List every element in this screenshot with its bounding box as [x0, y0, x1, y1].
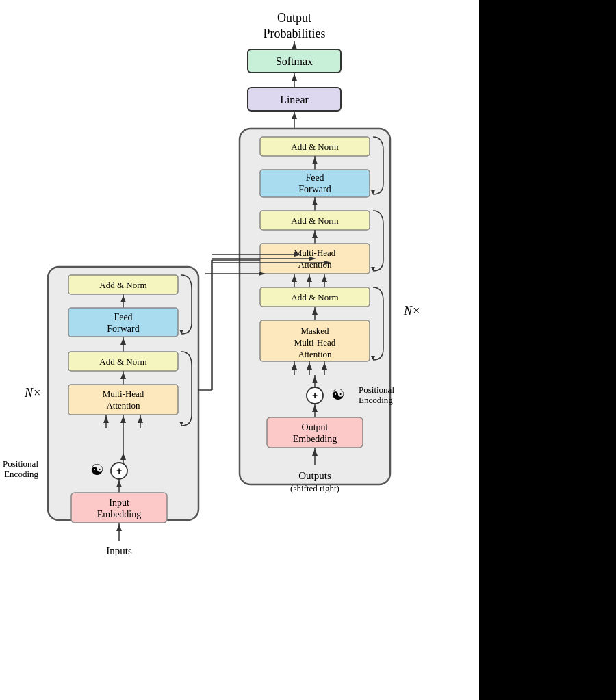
svg-marker-49	[120, 416, 126, 423]
encoder-pe-label1: Positional	[3, 458, 38, 469]
decoder-add-norm-top-label: Add & Norm	[291, 142, 338, 152]
encoder-ff-label1: Feed	[114, 312, 132, 322]
black-panel	[479, 0, 616, 700]
decoder-masked-mha-label2: Multi-Head	[294, 337, 336, 348]
svg-marker-59	[116, 524, 122, 531]
svg-marker-8	[312, 157, 318, 164]
svg-marker-1	[292, 42, 297, 49]
svg-marker-57	[116, 480, 122, 487]
decoder-embedding-label2: Embedding	[293, 434, 337, 444]
svg-marker-40	[120, 296, 126, 302]
encoder-add-norm-bot-label: Add & Norm	[99, 357, 146, 367]
svg-marker-30	[322, 363, 327, 370]
svg-marker-32	[312, 376, 318, 383]
svg-marker-19	[322, 275, 327, 282]
svg-marker-6	[371, 190, 375, 194]
decoder-masked-mha-label3: Attention	[298, 349, 332, 359]
decoder-embedding	[267, 417, 363, 448]
svg-marker-67	[294, 252, 301, 257]
decoder-multihead	[260, 244, 370, 274]
encoder-add-norm-bot	[68, 352, 178, 371]
svg-marker-51	[138, 416, 143, 423]
decoder-embedding-label1: Output	[302, 422, 329, 432]
softmax-box	[248, 49, 341, 73]
encoder-pe-label2: Encoding	[4, 469, 38, 479]
svg-marker-11	[371, 267, 375, 271]
svg-text:+: +	[116, 465, 122, 476]
decoder-masked-mha	[260, 320, 370, 361]
decoder-feed-forward	[260, 170, 370, 197]
encoder-add-norm-top	[68, 275, 178, 294]
decoder-plus-circle	[307, 387, 323, 404]
encoder-mha-label2: Attention	[106, 400, 140, 411]
svg-marker-43	[179, 422, 183, 426]
svg-marker-22	[371, 356, 375, 360]
svg-marker-47	[103, 416, 109, 423]
encoder-nx-label: N×	[24, 386, 41, 400]
encoder-plus-circle	[111, 463, 127, 479]
decoder-ff-label1: Feed	[305, 172, 324, 183]
encoder-feed-forward	[68, 308, 178, 337]
inputs-label: Inputs	[106, 545, 132, 556]
encoder-yinyang: ☯	[90, 461, 104, 478]
encoder-embedding-label1: Input	[109, 497, 129, 508]
decoder-add-norm-bot	[260, 287, 370, 307]
svg-marker-5	[292, 112, 297, 119]
svg-text:+: +	[312, 390, 318, 401]
svg-marker-45	[120, 372, 126, 379]
svg-marker-21	[259, 272, 266, 276]
softmax-label: Softmax	[276, 55, 313, 67]
encoder-mha-label1: Multi-Head	[103, 389, 144, 399]
decoder-add-norm-top	[260, 137, 370, 156]
svg-marker-37	[312, 449, 318, 456]
decoder-ff-label2: Forward	[298, 184, 331, 194]
encoder-embedding-label2: Embedding	[97, 509, 142, 519]
svg-marker-42	[120, 338, 126, 345]
decoder-pe-label2: Encoding	[359, 395, 393, 405]
output-probs-label: Output	[277, 11, 311, 25]
svg-marker-38	[179, 330, 183, 334]
svg-marker-69	[324, 261, 331, 265]
svg-marker-68	[309, 257, 316, 261]
encoder-add-norm-top-label: Add & Norm	[99, 280, 146, 290]
outputs-label2: (shifted right)	[290, 483, 339, 493]
encoder-embedding	[71, 493, 167, 523]
decoder-mha-label1: Multi-Head	[294, 248, 336, 258]
linear-box	[248, 88, 341, 111]
decoder-container	[240, 129, 390, 484]
encoder-multihead	[68, 385, 178, 415]
decoder-add-norm-mid	[260, 211, 370, 230]
encoder-ff-label2: Forward	[107, 324, 139, 334]
svg-marker-24	[312, 308, 318, 315]
decoder-masked-mha-label1: Masked	[300, 326, 329, 336]
svg-marker-35	[312, 405, 318, 412]
output-probs-label2: Probabilities	[264, 27, 326, 40]
encoder-container	[48, 267, 198, 520]
svg-marker-54	[120, 453, 126, 460]
decoder-mha-label2: Attention	[298, 259, 332, 270]
decoder-add-norm-mid-label: Add & Norm	[291, 216, 338, 226]
svg-marker-26	[292, 363, 297, 370]
svg-marker-10	[312, 198, 318, 205]
svg-marker-13	[312, 231, 318, 238]
svg-marker-17	[307, 275, 312, 282]
svg-marker-3	[292, 74, 297, 81]
svg-marker-28	[307, 363, 312, 370]
decoder-yinyang: ☯	[331, 386, 345, 403]
decoder-pe-label1: Positional	[359, 385, 394, 395]
linear-label: Linear	[280, 94, 309, 105]
decoder-add-norm-bot-label: Add & Norm	[291, 292, 338, 302]
outputs-label1: Outputs	[298, 470, 331, 481]
svg-marker-15	[292, 275, 297, 282]
decoder-nx-label: N×	[403, 304, 420, 317]
